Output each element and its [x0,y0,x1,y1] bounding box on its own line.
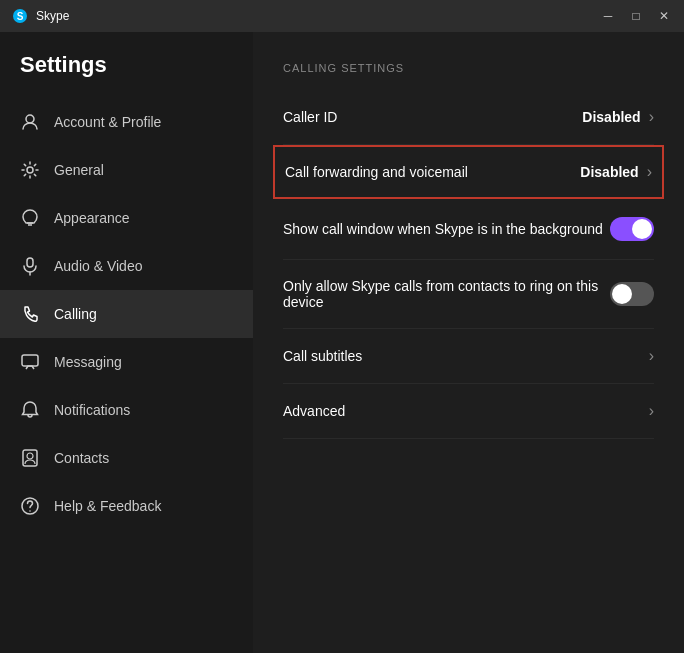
sidebar-item-audio-video-label: Audio & Video [54,258,142,274]
microphone-icon [20,256,40,276]
sidebar-item-audio-video[interactable]: Audio & Video [0,242,253,290]
sidebar-item-calling[interactable]: Calling [0,290,253,338]
call-subtitles-right: › [649,347,654,365]
sidebar-item-messaging[interactable]: Messaging [0,338,253,386]
show-call-window-label: Show call window when Skype is in the ba… [283,221,610,237]
skype-logo-icon: S [12,8,28,24]
gear-icon [20,160,40,180]
maximize-button[interactable]: □ [628,8,644,24]
only-allow-label: Only allow Skype calls from contacts to … [283,278,610,310]
svg-rect-6 [27,258,33,267]
person-icon [20,112,40,132]
sidebar-item-contacts[interactable]: Contacts [0,434,253,482]
sidebar-item-appearance[interactable]: Appearance [0,194,253,242]
toggle-thumb [632,219,652,239]
only-allow-toggle[interactable] [610,282,654,306]
call-forwarding-right: Disabled › [580,163,652,181]
caller-id-chevron-icon: › [649,108,654,126]
only-allow-row[interactable]: Only allow Skype calls from contacts to … [283,260,654,329]
sidebar-item-account[interactable]: Account & Profile [0,98,253,146]
sidebar-item-contacts-label: Contacts [54,450,109,466]
advanced-row[interactable]: Advanced › [283,384,654,439]
chat-icon [20,352,40,372]
show-call-window-right [610,217,654,241]
bell-icon [20,400,40,420]
sidebar-title: Settings [0,52,253,98]
advanced-chevron-icon: › [649,402,654,420]
app-container: Settings Account & Profile General [0,32,684,653]
call-subtitles-row[interactable]: Call subtitles › [283,329,654,384]
sidebar-item-notifications-label: Notifications [54,402,130,418]
call-forwarding-left: Call forwarding and voicemail [285,164,580,180]
show-call-window-row[interactable]: Show call window when Skype is in the ba… [283,199,654,260]
call-subtitles-chevron-icon: › [649,347,654,365]
sidebar-item-calling-label: Calling [54,306,97,322]
sidebar-item-general[interactable]: General [0,146,253,194]
minimize-button[interactable]: ─ [600,8,616,24]
appearance-icon [20,208,40,228]
titlebar-controls: ─ □ ✕ [600,8,672,24]
svg-point-12 [29,510,31,512]
call-forwarding-chevron-icon: › [647,163,652,181]
call-subtitles-label: Call subtitles [283,348,649,364]
call-forwarding-label: Call forwarding and voicemail [285,164,580,180]
show-call-window-toggle[interactable] [610,217,654,241]
sidebar-item-help-label: Help & Feedback [54,498,161,514]
titlebar-title: Skype [36,9,69,23]
svg-text:S: S [17,11,24,22]
contacts-icon [20,448,40,468]
sidebar-item-notifications[interactable]: Notifications [0,386,253,434]
call-subtitles-left: Call subtitles [283,348,649,364]
svg-rect-8 [22,355,38,366]
help-icon [20,496,40,516]
close-button[interactable]: ✕ [656,8,672,24]
call-forwarding-row[interactable]: Call forwarding and voicemail Disabled › [273,145,664,199]
caller-id-left: Caller ID [283,109,582,125]
advanced-right: › [649,402,654,420]
show-call-window-left: Show call window when Skype is in the ba… [283,221,610,237]
titlebar: S Skype ─ □ ✕ [0,0,684,32]
call-forwarding-value: Disabled [580,164,638,180]
phone-icon [20,304,40,324]
caller-id-value: Disabled [582,109,640,125]
sidebar: Settings Account & Profile General [0,32,253,653]
sidebar-item-general-label: General [54,162,104,178]
sidebar-item-account-label: Account & Profile [54,114,161,130]
content-area: CALLING SETTINGS Caller ID Disabled › Ca… [253,32,684,653]
advanced-left: Advanced [283,403,649,419]
advanced-label: Advanced [283,403,649,419]
sidebar-item-messaging-label: Messaging [54,354,122,370]
caller-id-right: Disabled › [582,108,654,126]
svg-point-3 [27,167,33,173]
section-title: CALLING SETTINGS [283,62,654,74]
only-allow-left: Only allow Skype calls from contacts to … [283,278,610,310]
caller-id-label: Caller ID [283,109,582,125]
only-allow-toggle-thumb [612,284,632,304]
sidebar-item-appearance-label: Appearance [54,210,130,226]
titlebar-left: S Skype [12,8,69,24]
sidebar-item-help[interactable]: Help & Feedback [0,482,253,530]
only-allow-right [610,282,654,306]
svg-point-2 [26,115,34,123]
svg-point-10 [27,453,33,459]
caller-id-row[interactable]: Caller ID Disabled › [283,90,654,145]
